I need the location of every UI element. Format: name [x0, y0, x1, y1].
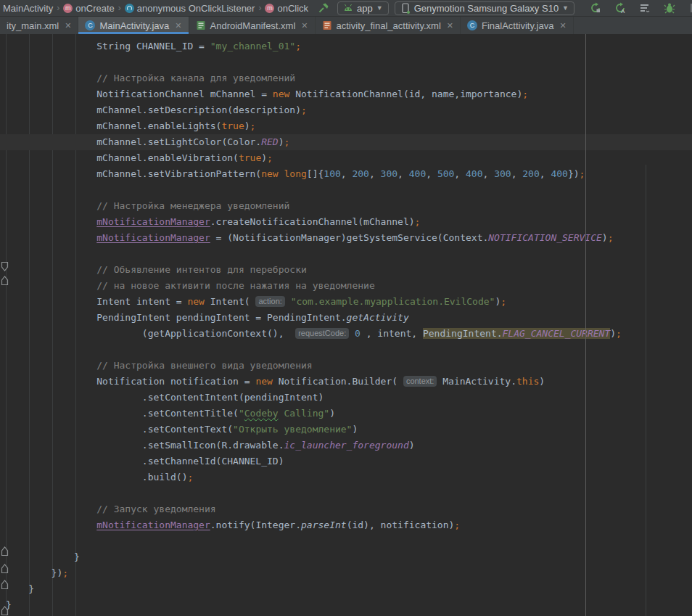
code-line[interactable]: // Настройка внешнего вида уведомления — [0, 358, 692, 374]
code-line[interactable]: // на новое активити после нажатия на ув… — [0, 278, 692, 294]
fold-marker-icon[interactable] — [1, 261, 9, 272]
fold-marker-icon[interactable] — [1, 563, 9, 574]
code-token: .setContentText( — [6, 424, 233, 435]
code-token: // Настройка менеджера уведомлений — [96, 200, 289, 211]
code-token: }) — [6, 567, 62, 578]
code-line[interactable]: } — [0, 549, 692, 565]
parameter-hint-chip: action: — [255, 296, 284, 307]
code-token: Notification.Builder( — [273, 376, 403, 387]
apply-code-changes-icon[interactable]: A — [612, 1, 628, 15]
code-token: NotificationChannel mChannel = — [6, 89, 273, 99]
code-token: Calling" — [279, 408, 329, 419]
code-token: getActivity — [347, 312, 409, 323]
close-tab-icon[interactable]: ✕ — [65, 21, 71, 30]
code-line[interactable]: .setContentText("Открыть уведомление") — [0, 422, 692, 438]
code-line[interactable]: mChannel.enableLights(true); — [0, 118, 692, 134]
code-line[interactable]: } — [0, 581, 692, 597]
code-line[interactable] — [0, 342, 692, 358]
code-lines[interactable]: String CHANNEL_ID = "my_channel_01"; // … — [0, 34, 692, 613]
tab-activity-final-acttivity-xml[interactable]: activity_final_acttivity.xml ✕ — [316, 17, 461, 34]
fold-marker-icon[interactable] — [1, 275, 9, 286]
code-line[interactable]: Intent intent = new Intent( action: "com… — [0, 294, 692, 310]
code-token: FLAG_CANCEL_CURRENT — [503, 328, 611, 339]
right-margin-guide — [585, 34, 586, 616]
code-token: , — [341, 168, 353, 179]
breadcrumb-item-onclick[interactable]: m onClick — [263, 3, 310, 14]
code-token: , — [511, 168, 523, 179]
breadcrumb-item-oncreate[interactable]: m onCreate — [62, 3, 115, 14]
code-line[interactable]: mNotificationManager.notify(Integer.pars… — [0, 517, 692, 533]
code-token: ) — [602, 232, 608, 243]
profiler-icon[interactable] — [686, 1, 692, 15]
run-configurations-list-icon[interactable] — [637, 1, 653, 15]
code-line[interactable]: NotificationChannel mChannel = new Notif… — [0, 86, 692, 102]
close-tab-icon[interactable]: ✕ — [175, 21, 181, 30]
breadcrumb-item-class[interactable]: MainActivity — [1, 3, 54, 14]
code-token: MainActivity. — [437, 376, 516, 387]
code-token: mChannel.enableLights( — [6, 120, 221, 131]
debug-icon[interactable] — [662, 1, 677, 15]
code-line[interactable]: mNotificationManager = (NotificationMana… — [0, 230, 692, 246]
tab-activity-main-xml[interactable]: ity_main.xml ✕ — [0, 17, 78, 34]
code-token: Notification notification = — [6, 376, 255, 387]
code-token: // Запуск уведомления — [96, 504, 215, 514]
code-line[interactable]: mChannel.setLightColor(Color.RED); — [0, 134, 692, 150]
code-token: , — [369, 168, 381, 179]
code-line[interactable]: .setContentIntent(pendingIntent) — [0, 390, 692, 406]
code-line[interactable]: // Обьявление интентов для переброски — [0, 262, 692, 278]
code-line[interactable] — [0, 533, 692, 549]
code-token — [279, 168, 284, 179]
code-token: long — [284, 168, 307, 179]
layout-icon — [322, 20, 332, 30]
code-line[interactable]: .setSmallIcon(R.drawable.ic_launcher_for… — [0, 438, 692, 453]
code-line[interactable] — [0, 54, 692, 70]
code-line[interactable]: // Настройка менеджера уведомлений — [0, 198, 692, 214]
tab-label: FinalActtivity.java — [482, 20, 553, 31]
code-token — [6, 73, 96, 83]
device-select[interactable]: Genymotion Samsung Galaxy S10 ▼ — [395, 1, 574, 15]
code-token: ; — [415, 216, 421, 227]
tab-androidmanifest-xml[interactable]: AndroidManifest.xml ✕ — [189, 17, 316, 34]
code-line[interactable]: .setContentTitle("Codeby Calling") — [0, 406, 692, 422]
fold-marker-icon[interactable] — [1, 605, 9, 616]
code-token: ; — [284, 136, 290, 147]
code-line[interactable]: mChannel.enableVibration(true); — [0, 150, 692, 166]
fold-marker-icon[interactable] — [1, 579, 9, 590]
code-line[interactable]: // Запуск уведомления — [0, 501, 692, 517]
close-tab-icon[interactable]: ✕ — [301, 21, 308, 30]
code-token: .build() — [6, 472, 187, 482]
code-token: ) — [352, 424, 358, 435]
build-hammer-icon[interactable] — [316, 1, 331, 15]
code-token — [6, 504, 96, 514]
tab-label: AndroidManifest.xml — [210, 20, 296, 31]
breadcrumb-item-anonymous-listener[interactable]: anonymous OnClickListener — [123, 3, 257, 14]
code-line[interactable] — [0, 182, 692, 198]
code-line[interactable]: .setChannelId(CHANNEL_ID) — [0, 453, 692, 469]
code-line[interactable]: } — [0, 597, 692, 613]
fold-marker-icon[interactable] — [1, 546, 9, 557]
code-line[interactable]: mNotificationManager.createNotificationC… — [0, 214, 692, 230]
code-line[interactable]: Notification notification = new Notifica… — [0, 374, 692, 390]
code-line[interactable] — [0, 485, 692, 501]
code-editor[interactable]: String CHANNEL_ID = "my_channel_01"; // … — [0, 34, 692, 616]
code-line[interactable] — [0, 246, 692, 262]
code-line[interactable]: String CHANNEL_ID = "my_channel_01"; — [0, 38, 692, 54]
code-line[interactable]: (getApplicationContext(), requestCode: 0… — [0, 326, 692, 342]
code-line[interactable]: // Настройка канала для уведомлений — [0, 70, 692, 86]
code-token: }) — [568, 168, 580, 179]
tab-finalacttivity-java[interactable]: C FinalActtivity.java ✕ — [461, 17, 574, 34]
code-line[interactable]: PendingIntent pendingIntent = PendingInt… — [0, 310, 692, 326]
code-token: Codeby — [244, 408, 279, 419]
close-tab-icon[interactable]: ✕ — [559, 21, 566, 30]
run-configuration-select[interactable]: app ▼ — [337, 1, 389, 15]
code-line[interactable]: .build(); — [0, 469, 692, 485]
code-token: ) — [329, 408, 335, 419]
close-tab-icon[interactable]: ✕ — [447, 21, 453, 30]
chevron-right-icon: › — [258, 3, 262, 13]
code-line[interactable]: mChannel.setDescription(description); — [0, 102, 692, 118]
code-line[interactable]: mChannel.setVibrationPattern(new long[]{… — [0, 166, 692, 182]
code-line[interactable]: }); — [0, 565, 692, 581]
tab-mainactivity-java[interactable]: C MainActivity.java ✕ — [78, 17, 189, 34]
code-token: new — [273, 89, 289, 99]
apply-changes-icon[interactable] — [588, 1, 604, 15]
